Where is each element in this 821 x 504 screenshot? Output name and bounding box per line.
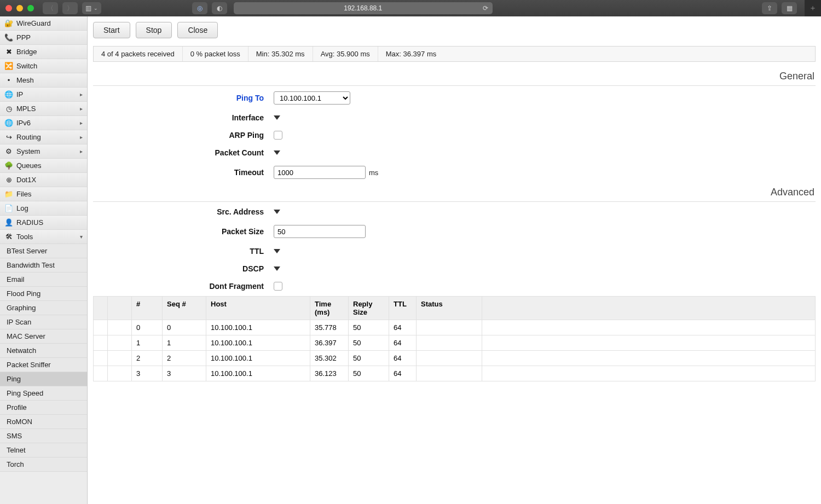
timeout-input[interactable] — [274, 166, 366, 179]
sidebar-item-bridge[interactable]: ✖Bridge — [0, 45, 87, 59]
label-ping-to: Ping To — [93, 94, 274, 102]
expand-ttl-icon[interactable] — [274, 249, 280, 253]
sidebar-item-netwatch[interactable]: Netwatch — [0, 344, 87, 358]
table-row[interactable]: 0010.100.100.135.7785064 — [94, 320, 816, 335]
sidebar-item-label: Log — [16, 204, 28, 212]
sidebar-item-ip[interactable]: 🌐IP▸ — [0, 88, 87, 102]
sidebar-item-label: Bandwidth Test — [7, 261, 55, 269]
cell-status — [417, 335, 482, 351]
privacy-report-icon[interactable]: ◎ — [192, 2, 207, 14]
sidebar-item-label: Telnet — [7, 446, 26, 454]
sidebar-item-sms[interactable]: SMS — [0, 429, 87, 443]
maximize-window-icon[interactable] — [27, 5, 34, 11]
sidebar-item-radius[interactable]: 👤RADIUS — [0, 216, 87, 230]
cell-ttl: 64 — [389, 351, 417, 366]
bridge-icon: ✖ — [4, 48, 13, 56]
files-icon: 📁 — [4, 190, 13, 199]
close-window-icon[interactable] — [5, 5, 12, 11]
sidebar-item-system[interactable]: ⚙System▸ — [0, 144, 87, 159]
reload-icon[interactable]: ⟳ — [483, 4, 488, 12]
sidebar-item-mpls[interactable]: ◷MPLS▸ — [0, 102, 87, 116]
label-dont-fragment: Dont Fragment — [93, 282, 274, 291]
col-reply[interactable]: Reply Size — [349, 297, 389, 320]
col-blank1 — [94, 297, 108, 320]
table-row[interactable]: 2210.100.100.135.3025064 — [94, 351, 816, 366]
sidebar-item-tools[interactable]: 🛠Tools▾ — [0, 230, 87, 244]
label-arp-ping: ARP Ping — [93, 131, 274, 140]
reader-shield-icon[interactable]: ◐ — [212, 2, 227, 14]
cell-seq: 3 — [163, 366, 206, 381]
sidebar-item-switch[interactable]: 🔀Switch — [0, 59, 87, 73]
table-header-row: # Seq # Host Time (ms) Reply Size TTL St… — [94, 297, 816, 320]
new-tab-button[interactable]: ＋ — [805, 0, 821, 16]
sidebar-item-graphing[interactable]: Graphing — [0, 301, 87, 315]
sidebar-item-btest-server[interactable]: BTest Server — [0, 244, 87, 258]
sidebar-item-mac-server[interactable]: MAC Server — [0, 329, 87, 344]
sidebar-item-dot1x[interactable]: ⊕Dot1X — [0, 173, 87, 187]
sidebar-item-label: Ping Speed — [7, 389, 43, 397]
sidebar-item-wireguard[interactable]: 🔐WireGuard — [0, 16, 87, 31]
expand-packet-count-icon[interactable] — [274, 150, 280, 155]
sidebar-item-routing[interactable]: ↪Routing▸ — [0, 130, 87, 144]
arp-ping-checkbox[interactable] — [274, 131, 282, 140]
sidebar-item-flood-ping[interactable]: Flood Ping — [0, 287, 87, 301]
forward-button[interactable]: 〉 — [62, 2, 78, 14]
dont-fragment-checkbox[interactable] — [274, 282, 282, 291]
expand-dscp-icon[interactable] — [274, 267, 280, 271]
minimize-window-icon[interactable] — [16, 5, 23, 11]
cell-status — [417, 351, 482, 366]
col-host[interactable]: Host — [206, 297, 310, 320]
sidebar-item-log[interactable]: 📄Log — [0, 201, 87, 216]
sidebar-item-label: BTest Server — [7, 247, 47, 255]
col-status[interactable]: Status — [417, 297, 482, 320]
stop-button[interactable]: Stop — [136, 22, 172, 38]
sidebar-item-bandwidth-test[interactable]: Bandwidth Test — [0, 258, 87, 273]
sidebar-item-telnet[interactable]: Telnet — [0, 443, 87, 457]
col-hash[interactable]: # — [132, 297, 163, 320]
start-button[interactable]: Start — [93, 22, 130, 38]
table-row[interactable]: 1110.100.100.136.3975064 — [94, 335, 816, 351]
system-icon: ⚙ — [4, 147, 13, 156]
share-button[interactable]: ⇪ — [762, 2, 777, 14]
sidebar-item-label: Ping — [7, 375, 21, 383]
packet-size-input[interactable] — [274, 225, 366, 238]
sidebar-toggle-button[interactable]: ▥ ⌄ — [82, 2, 101, 14]
cell-ttl: 64 — [389, 335, 417, 351]
ipv6-icon: 🌐 — [4, 119, 13, 128]
sidebar-item-email[interactable]: Email — [0, 273, 87, 287]
sidebar-item-ping[interactable]: Ping — [0, 372, 87, 386]
sidebar-item-romon[interactable]: RoMON — [0, 415, 87, 429]
sidebar-item-label: Profile — [7, 403, 27, 412]
address-bar[interactable]: 192.168.88.1 ⟳ — [234, 2, 493, 14]
sidebar-item-mesh[interactable]: •Mesh — [0, 73, 87, 88]
tabs-overview-button[interactable]: ▦ — [782, 2, 797, 14]
table-row[interactable]: 3310.100.100.136.1235064 — [94, 366, 816, 381]
col-time[interactable]: Time (ms) — [310, 297, 349, 320]
sidebar-item-ping-speed[interactable]: Ping Speed — [0, 386, 87, 401]
sidebar-item-label: RADIUS — [16, 218, 43, 227]
stat-received: 4 of 4 packets received — [94, 47, 183, 61]
back-button[interactable]: 〈 — [43, 2, 58, 14]
col-seq[interactable]: Seq # — [163, 297, 206, 320]
sidebar-item-files[interactable]: 📁Files — [0, 187, 87, 201]
sidebar-item-profile[interactable]: Profile — [0, 401, 87, 415]
action-buttons: Start Stop Close — [93, 22, 816, 38]
label-interface: Interface — [93, 113, 274, 122]
cell-n: 2 — [132, 351, 163, 366]
sidebar-item-ppp[interactable]: 📞PPP — [0, 31, 87, 45]
ping-to-select[interactable]: 10.100.100.1 — [274, 91, 350, 105]
browser-titlebar: 〈 〉 ▥ ⌄ ◎ ◐ 192.168.88.1 ⟳ ⇪ ▦ ＋ — [0, 0, 821, 16]
expand-src-address-icon[interactable] — [274, 210, 280, 214]
expand-interface-icon[interactable] — [274, 115, 280, 120]
section-general: General — [93, 68, 816, 86]
sidebar-item-torch[interactable]: Torch — [0, 457, 87, 472]
sidebar-item-queues[interactable]: 🌳Queues — [0, 159, 87, 173]
cell-filler — [482, 335, 816, 351]
sidebar-item-ipv6[interactable]: 🌐IPv6▸ — [0, 116, 87, 130]
col-ttl[interactable]: TTL — [389, 297, 417, 320]
chevron-icon: ▸ — [80, 91, 83, 97]
close-button[interactable]: Close — [177, 22, 218, 38]
sidebar-item-packet-sniffer[interactable]: Packet Sniffer — [0, 358, 87, 372]
sidebar-item-ip-scan[interactable]: IP Scan — [0, 315, 87, 329]
url-text: 192.168.88.1 — [344, 4, 382, 12]
